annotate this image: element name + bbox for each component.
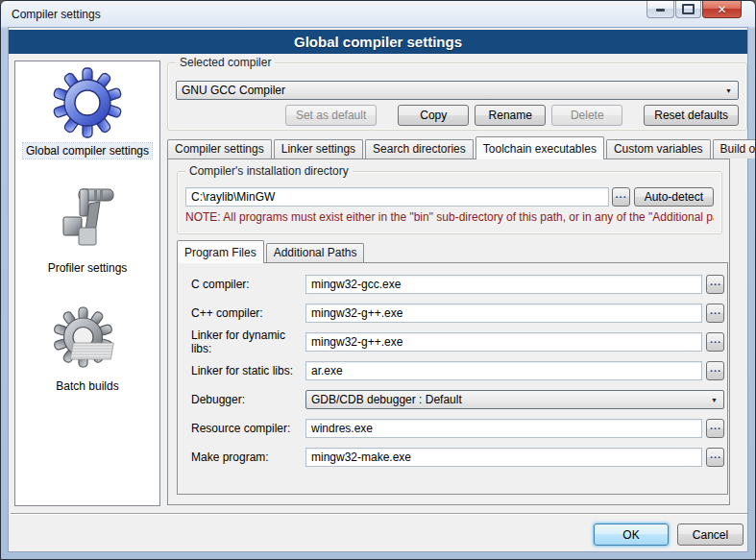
sidebar-item-label: Global compiler settings bbox=[23, 143, 152, 158]
sidebar-item-profiler-settings[interactable]: Profiler settings bbox=[45, 184, 131, 276]
row-debugger: Debugger: GDB/CDB debugger : Default ▼ bbox=[191, 390, 724, 409]
installation-directory-input[interactable] bbox=[185, 187, 609, 207]
installation-note: NOTE: All programs must exist either in … bbox=[185, 210, 714, 224]
browse-cpp-compiler-button[interactable]: ... bbox=[706, 304, 724, 323]
row-static-linker: Linker for static libs: ... bbox=[191, 361, 724, 380]
browse-static-linker-button[interactable]: ... bbox=[706, 361, 724, 380]
row-c-compiler: C compiler: ... bbox=[191, 275, 724, 294]
rename-button[interactable]: Rename bbox=[475, 105, 546, 126]
sidebar-item-label: Batch builds bbox=[53, 378, 121, 394]
browse-resource-compiler-button[interactable]: ... bbox=[706, 419, 724, 438]
close-icon: ✕ bbox=[717, 4, 726, 15]
close-button[interactable]: ✕ bbox=[702, 1, 742, 18]
window-title: Compiler settings bbox=[12, 8, 101, 21]
compiler-actions: Set as default Copy Rename Delete Reset … bbox=[168, 105, 739, 126]
tab-compiler-settings[interactable]: Compiler settings bbox=[167, 139, 272, 158]
tab-linker-settings[interactable]: Linker settings bbox=[274, 139, 363, 158]
tab-custom-variables[interactable]: Custom variables bbox=[606, 139, 711, 158]
browse-dynamic-linker-button[interactable]: ... bbox=[706, 332, 724, 352]
profiler-caliper-icon bbox=[52, 184, 123, 256]
selected-compiler-group-label: Selected compiler bbox=[176, 56, 275, 69]
browse-c-compiler-button[interactable]: ... bbox=[706, 275, 724, 294]
main-tabstrip: Compiler settings Linker settings Search… bbox=[167, 135, 730, 158]
compiler-settings-window: Compiler settings ✕ Global compiler sett… bbox=[0, 0, 756, 560]
debugger-value: GDB/CDB debugger : Default bbox=[311, 393, 462, 406]
tab-toolchain-executables[interactable]: Toolchain executables bbox=[476, 136, 604, 159]
delete-button[interactable]: Delete bbox=[551, 105, 622, 126]
maximize-button[interactable] bbox=[675, 1, 701, 18]
c-compiler-input[interactable] bbox=[305, 275, 702, 294]
row-resource-compiler: Resource compiler: ... bbox=[191, 419, 724, 438]
toolchain-executables-page: Compiler's installation directory ... Au… bbox=[167, 158, 730, 505]
cpp-compiler-input[interactable] bbox=[305, 304, 702, 323]
selected-compiler-value: GNU GCC Compiler bbox=[182, 84, 285, 97]
reset-defaults-button[interactable]: Reset defaults bbox=[644, 105, 739, 126]
footer-divider bbox=[11, 513, 747, 515]
debugger-label: Debugger: bbox=[191, 393, 305, 406]
program-files-page: C compiler: ... C++ compiler: ... Linker… bbox=[177, 262, 728, 495]
titlebar[interactable]: Compiler settings ✕ bbox=[1, 1, 755, 28]
static-linker-label: Linker for static libs: bbox=[191, 364, 305, 377]
browse-directory-button[interactable]: ... bbox=[612, 187, 630, 207]
chevron-down-icon: ▼ bbox=[725, 87, 732, 94]
minimize-icon bbox=[656, 9, 665, 12]
sidebar-item-global-compiler-settings[interactable]: Global compiler settings bbox=[23, 67, 152, 158]
copy-button[interactable]: Copy bbox=[398, 105, 469, 126]
cpp-compiler-label: C++ compiler: bbox=[191, 306, 305, 320]
resource-compiler-input[interactable] bbox=[305, 419, 702, 438]
subtab-program-files[interactable]: Program Files bbox=[177, 240, 264, 263]
tab-build-options[interactable]: Build options bbox=[713, 139, 756, 158]
sidebar-item-label: Profiler settings bbox=[45, 260, 131, 276]
maximize-icon bbox=[682, 4, 695, 14]
selected-compiler-dropdown[interactable]: GNU GCC Compiler ▼ bbox=[176, 81, 739, 100]
minimize-button[interactable] bbox=[646, 1, 674, 18]
row-dynamic-linker: Linker for dynamic libs: ... bbox=[191, 332, 724, 352]
resource-compiler-label: Resource compiler: bbox=[191, 422, 305, 435]
program-tabstrip: Program Files Additional Paths bbox=[177, 239, 366, 262]
cancel-button[interactable]: Cancel bbox=[677, 523, 744, 546]
installation-directory-group-label: Compiler's installation directory bbox=[185, 164, 353, 178]
chevron-down-icon: ▼ bbox=[711, 397, 718, 403]
row-make-program: Make program: ... bbox=[191, 448, 724, 467]
ok-button[interactable]: OK bbox=[594, 523, 669, 546]
make-program-input[interactable] bbox=[305, 448, 702, 467]
subtab-additional-paths[interactable]: Additional Paths bbox=[266, 243, 365, 262]
auto-detect-button[interactable]: Auto-detect bbox=[634, 187, 714, 207]
selected-compiler-group: Selected compiler GNU GCC Compiler ▼ Set… bbox=[167, 62, 747, 131]
caption-buttons: ✕ bbox=[646, 1, 742, 18]
batch-builds-icon bbox=[53, 306, 122, 374]
dynamic-linker-input[interactable] bbox=[305, 332, 702, 352]
dialog-client-area: Global compiler settings bbox=[9, 28, 747, 551]
set-as-default-button[interactable]: Set as default bbox=[285, 105, 377, 126]
settings-category-list: Global compiler settings Profiler settin… bbox=[14, 61, 160, 506]
dynamic-linker-label: Linker for dynamic libs: bbox=[191, 329, 305, 355]
debugger-dropdown[interactable]: GDB/CDB debugger : Default ▼ bbox=[305, 390, 724, 409]
static-linker-input[interactable] bbox=[305, 361, 702, 380]
c-compiler-label: C compiler: bbox=[191, 278, 305, 291]
installation-directory-group: Compiler's installation directory ... Au… bbox=[177, 171, 722, 234]
browse-make-program-button[interactable]: ... bbox=[706, 448, 724, 467]
tab-search-directories[interactable]: Search directories bbox=[365, 139, 474, 158]
make-program-label: Make program: bbox=[191, 450, 305, 464]
page-title: Global compiler settings bbox=[9, 30, 747, 54]
global-compiler-gear-icon bbox=[52, 67, 123, 138]
sidebar-item-batch-builds[interactable]: Batch builds bbox=[53, 306, 122, 394]
row-cpp-compiler: C++ compiler: ... bbox=[191, 304, 724, 323]
